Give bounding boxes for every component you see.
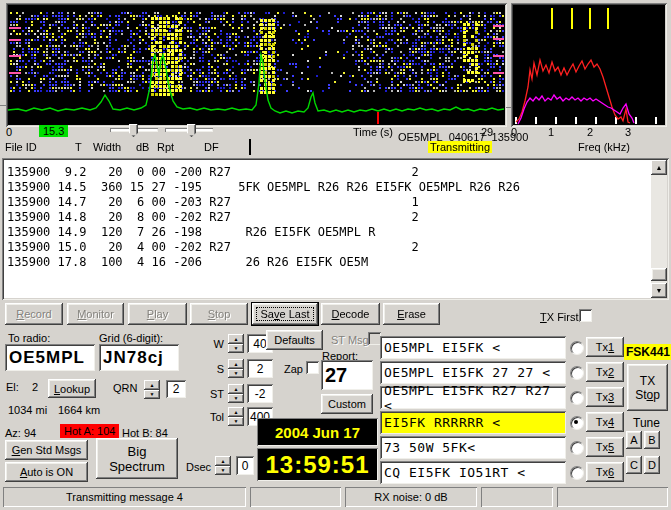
tune-a-button[interactable]: A bbox=[626, 431, 642, 449]
tune-b-button[interactable]: B bbox=[644, 431, 660, 449]
transmitting-badge: Transmitting bbox=[428, 141, 492, 153]
tx5-button[interactable]: Tx 5 bbox=[586, 437, 624, 457]
tol-spinner[interactable]: ▲ ▼ bbox=[228, 407, 244, 426]
lookup-button[interactable]: Lookup bbox=[48, 379, 96, 398]
slider-right[interactable] bbox=[165, 124, 213, 137]
tx6-message-input[interactable]: CQ EI5FK IO51RT < bbox=[380, 461, 566, 484]
erase-button[interactable]: Erase bbox=[383, 303, 440, 325]
tx5-message-input[interactable]: 73 50W 5FK< bbox=[380, 436, 566, 459]
tx4-radio[interactable] bbox=[570, 416, 584, 430]
tx-stop-button[interactable]: TX Stop bbox=[627, 364, 668, 411]
spin-down-icon[interactable]: ▼ bbox=[228, 344, 244, 354]
w-label: W bbox=[198, 338, 224, 350]
decode-scrollbar[interactable]: ▲ ▼ bbox=[651, 160, 667, 298]
spin-down-icon[interactable]: ▼ bbox=[228, 394, 244, 404]
status-rx-noise: RX noise: 0 dB bbox=[345, 487, 477, 507]
tx3-message-text: OE5MPL EI5FK R27 R27 < bbox=[380, 383, 566, 413]
record-button[interactable]: Record bbox=[5, 303, 63, 325]
tx2-radio[interactable] bbox=[570, 366, 584, 380]
decode-line: 135900 17.8 100 4 16 -206 26 R26 EI5FK O… bbox=[7, 255, 649, 270]
tx2-message-input[interactable]: OE5MPL EI5FK 27 27 < bbox=[380, 361, 566, 384]
s-spinner[interactable]: ▲ ▼ bbox=[228, 359, 244, 378]
grid-value: JN78cj bbox=[99, 348, 164, 368]
col-df: DF bbox=[204, 141, 219, 153]
w-spinner[interactable]: ▲ ▼ bbox=[228, 334, 244, 353]
tx1-button[interactable]: Tx 1 bbox=[586, 337, 624, 357]
scrollbar-thumb[interactable] bbox=[651, 268, 667, 281]
dsec-spinner[interactable]: ▲ ▼ bbox=[215, 456, 231, 475]
zap-checkbox[interactable] bbox=[306, 361, 319, 374]
play-button[interactable]: Play bbox=[128, 303, 187, 325]
scroll-down-icon[interactable]: ▼ bbox=[651, 283, 667, 298]
spin-down-icon[interactable]: ▼ bbox=[215, 466, 231, 476]
scroll-up-icon[interactable]: ▲ bbox=[651, 160, 667, 175]
tx6-radio[interactable] bbox=[570, 466, 584, 480]
status-panel-2 bbox=[250, 487, 341, 507]
decode-line: 135900 14.8 20 8 00 -202 R27 2 bbox=[7, 210, 649, 225]
qrn-value[interactable]: 2 bbox=[166, 380, 186, 398]
auto-is-on-button[interactable]: Auto is ON bbox=[5, 462, 88, 482]
grid-input[interactable]: JN78cj bbox=[99, 344, 179, 371]
tune-c-button[interactable]: C bbox=[626, 456, 642, 474]
defaults-button[interactable]: Defaults bbox=[266, 330, 323, 350]
decode-line: 135900 15.0 20 4 00 -202 R27 2 bbox=[7, 240, 649, 255]
decode-line: 135900 14.5 360 15 27 -195 5FK OE5MPL R2… bbox=[7, 180, 649, 195]
report-input[interactable]: 27 bbox=[321, 360, 373, 390]
tx3-button[interactable]: Tx 3 bbox=[586, 387, 624, 407]
tx1-radio[interactable] bbox=[570, 341, 584, 355]
time-axis-end: 29 bbox=[481, 126, 493, 138]
tx3-message-input[interactable]: OE5MPL EI5FK R27 R27 < bbox=[380, 386, 566, 409]
st-spinner[interactable]: ▲ ▼ bbox=[228, 384, 244, 403]
tx5-radio[interactable] bbox=[570, 441, 584, 455]
tx6-button[interactable]: Tx 6 bbox=[586, 462, 624, 482]
custom-button[interactable]: Custom bbox=[321, 394, 373, 414]
tune-label: Tune bbox=[633, 416, 660, 430]
spin-down-icon[interactable]: ▼ bbox=[228, 369, 244, 379]
distance-mi: 1034 mi bbox=[8, 404, 47, 416]
tx-stop-line1: TX bbox=[640, 374, 655, 388]
decode-text-area[interactable]: 135900 9.2 20 0 00 -200 R27 2 135900 14.… bbox=[2, 158, 669, 300]
status-panel-5 bbox=[557, 487, 668, 507]
dsec-value[interactable]: 0 bbox=[236, 456, 254, 475]
spectrum-canvas bbox=[513, 5, 665, 125]
s-value[interactable]: 2 bbox=[247, 359, 273, 378]
mode-badge: FSK441 bbox=[624, 344, 671, 360]
spin-down-icon[interactable]: ▼ bbox=[228, 417, 244, 427]
tx4-button[interactable]: Tx 4 bbox=[586, 412, 624, 432]
status-message: Transmitting message 4 bbox=[3, 487, 246, 507]
tune-d-button[interactable]: D bbox=[644, 456, 660, 474]
col-db: dB bbox=[136, 141, 149, 153]
slider-left[interactable] bbox=[110, 124, 158, 137]
spin-up-icon[interactable]: ▲ bbox=[144, 380, 160, 390]
qrn-spinner[interactable]: ▲ ▼ bbox=[144, 380, 160, 399]
st-value[interactable]: -2 bbox=[247, 384, 273, 403]
spin-up-icon[interactable]: ▲ bbox=[228, 334, 244, 344]
spin-down-icon[interactable]: ▼ bbox=[144, 390, 160, 400]
tx3-radio[interactable] bbox=[570, 391, 584, 405]
decode-line: 135900 9.2 20 0 00 -200 R27 2 bbox=[7, 165, 649, 180]
slider-right-thumb[interactable] bbox=[187, 124, 196, 137]
tx2-button[interactable]: Tx 2 bbox=[586, 362, 624, 382]
spin-up-icon[interactable]: ▲ bbox=[215, 456, 231, 466]
grid-label: Grid (6-digit): bbox=[99, 332, 163, 344]
spin-up-icon[interactable]: ▲ bbox=[228, 359, 244, 369]
spin-up-icon[interactable]: ▲ bbox=[228, 407, 244, 417]
el-label: El: bbox=[6, 381, 19, 393]
save-last-button[interactable]: Save Last bbox=[252, 303, 318, 325]
monitor-button[interactable]: Monitor bbox=[67, 303, 124, 325]
freq-axis-label: Freq (kHz) bbox=[578, 141, 630, 153]
gen-std-msgs-button[interactable]: Gen Std Msgs bbox=[5, 440, 88, 460]
freq-tick-1: 1 bbox=[548, 126, 554, 138]
stop-button[interactable]: Stop bbox=[190, 303, 248, 325]
spin-up-icon[interactable]: ▲ bbox=[228, 384, 244, 394]
tx1-message-input[interactable]: OE5MPL EI5FK < bbox=[380, 336, 566, 359]
tx-first-checkbox[interactable] bbox=[579, 309, 592, 322]
slider-left-thumb[interactable] bbox=[129, 124, 138, 137]
to-radio-input[interactable]: OE5MPL bbox=[5, 344, 95, 371]
decode-button[interactable]: Decode bbox=[321, 303, 380, 325]
col-t: T bbox=[75, 141, 82, 153]
tx4-message-input[interactable]: EI5FK RRRRRR < bbox=[380, 411, 566, 434]
azimuth-label: Az: 94 bbox=[5, 427, 36, 439]
time-axis-label: Time (s) bbox=[353, 126, 393, 138]
big-spectrum-button[interactable]: Big Spectrum bbox=[96, 438, 178, 479]
